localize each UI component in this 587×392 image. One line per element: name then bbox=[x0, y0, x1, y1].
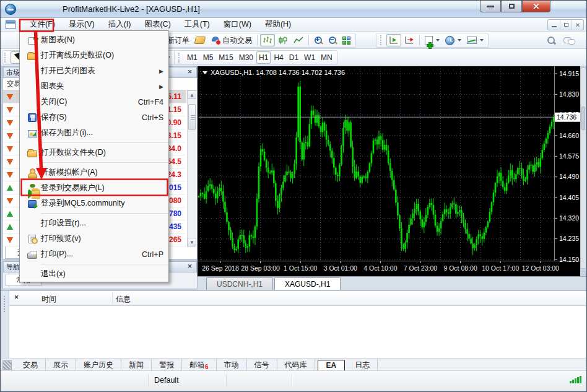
tab-journal[interactable]: 日志 bbox=[347, 359, 378, 371]
timeframe-h1[interactable]: H1 bbox=[256, 51, 271, 64]
menu-item-open-offline[interactable]: 打开离线历史数据(O) bbox=[20, 48, 168, 63]
tab-trade[interactable]: 交易 bbox=[15, 359, 46, 371]
timeframe-d1[interactable]: D1 bbox=[287, 51, 301, 64]
line-chart-mode-button[interactable] bbox=[291, 34, 306, 46]
column-time[interactable]: 时间 bbox=[41, 294, 56, 305]
submenu-arrow-icon: ▶ bbox=[157, 84, 163, 90]
tab-exposure[interactable]: 展示 bbox=[46, 359, 76, 371]
candlestick-mode-button[interactable] bbox=[276, 34, 290, 46]
zoom-in-button[interactable] bbox=[311, 34, 325, 46]
timeframe-m5[interactable]: M5 bbox=[201, 51, 216, 64]
menu-window[interactable]: 窗口(W) bbox=[217, 17, 258, 32]
menu-item-print-preview[interactable]: 打印预览(v) bbox=[20, 231, 168, 246]
svg-text:14.830: 14.830 bbox=[559, 90, 579, 98]
market-watch-close-icon[interactable]: ✕ bbox=[186, 69, 194, 76]
chart-ohlc-text: XAGUSD-,H1. 14.708 14.736 14.702 14.736 bbox=[211, 69, 345, 76]
status-bar: Default bbox=[1, 370, 587, 392]
chart-tab-xagusd[interactable]: XAGUSD-,H1 bbox=[274, 277, 341, 290]
menu-item-open-deleted[interactable]: 打开已关闭图表▶ bbox=[20, 63, 168, 79]
menu-item-open-demo-account[interactable]: 开新模拟帐户(A) bbox=[20, 165, 168, 180]
auto-scroll-button[interactable] bbox=[386, 34, 401, 46]
printer-icon bbox=[27, 253, 37, 259]
menu-item-login-trade-account[interactable]: 登录到交易账户(L) bbox=[20, 180, 168, 196]
data-folder-icon bbox=[27, 150, 37, 157]
child-minimize-button[interactable] bbox=[548, 20, 560, 30]
tab-market[interactable]: 市场 bbox=[217, 359, 247, 371]
menu-item-login-mql5[interactable]: 登录到MQL5.community bbox=[20, 196, 168, 211]
tab-news[interactable]: 新闻 bbox=[121, 359, 152, 371]
chart-tab-usdcnh[interactable]: USDCNH-,H1 bbox=[206, 277, 273, 290]
up-arrow-icon bbox=[7, 211, 13, 217]
close-button[interactable]: ✕ bbox=[522, 1, 550, 12]
price-chart[interactable]: XAGUSD-,H1. 14.708 14.736 14.702 14.736 … bbox=[198, 66, 580, 276]
menu-charts[interactable]: 图表(C) bbox=[137, 17, 177, 32]
print-preview-icon bbox=[28, 235, 36, 243]
bar-chart-mode-button[interactable] bbox=[260, 34, 275, 46]
templates-button[interactable] bbox=[464, 34, 486, 46]
terminal-panel: ✕ 时间 信息 交易 展示 账户历史 新闻 警报 邮箱6 市场 信号 代码库 E… bbox=[1, 290, 587, 370]
dropdown-arrow-icon bbox=[458, 39, 461, 41]
scroll-up-icon[interactable]: ▲ bbox=[188, 90, 196, 99]
tile-windows-button[interactable] bbox=[340, 34, 354, 46]
tab-account-history[interactable]: 账户历史 bbox=[76, 359, 121, 371]
navigator-close-icon[interactable]: ✕ bbox=[186, 263, 194, 271]
indicators-button[interactable] bbox=[422, 34, 442, 46]
menu-item-print[interactable]: 打印(P)...Ctrl+P bbox=[20, 246, 168, 262]
zoom-out-button[interactable] bbox=[326, 34, 339, 46]
down-arrow-icon bbox=[7, 198, 13, 204]
menu-item-save[interactable]: 保存(S)Ctrl+S bbox=[20, 110, 168, 125]
column-message[interactable]: 信息 bbox=[116, 294, 131, 305]
chart-canvas[interactable]: 14.91514.83014.74514.66014.57514.49014.4… bbox=[198, 66, 580, 276]
chart-scrollbar[interactable] bbox=[580, 68, 586, 269]
periods-button[interactable] bbox=[443, 34, 464, 46]
chart-shift-button[interactable] bbox=[402, 34, 417, 46]
menu-insert[interactable]: 插入(I) bbox=[102, 17, 138, 32]
scroll-down-icon[interactable]: ▼ bbox=[188, 238, 196, 246]
menu-tools[interactable]: 工具(T) bbox=[178, 17, 217, 32]
title-bar[interactable]: ProfitMarketHK-Live2 - [XAGUSD-,H1] ✕ bbox=[1, 1, 587, 18]
menu-item-profiles[interactable]: 图表夹▶ bbox=[20, 79, 168, 94]
timeframe-mn[interactable]: MN bbox=[318, 51, 335, 64]
scrollbar-thumb[interactable] bbox=[581, 107, 585, 130]
timeframe-m15[interactable]: M15 bbox=[216, 51, 235, 64]
candlestick-icon bbox=[278, 36, 288, 45]
terminal-close-icon[interactable]: ✕ bbox=[12, 294, 21, 302]
timeframe-m1[interactable]: M1 bbox=[185, 51, 200, 64]
menu-item-save-as-picture[interactable]: 保存为图片(i)... bbox=[20, 125, 168, 141]
metaeditor-button[interactable] bbox=[193, 34, 207, 46]
scrollbar-thumb[interactable] bbox=[188, 104, 196, 130]
menu-item-new-chart[interactable]: 新图表(N) bbox=[20, 32, 168, 48]
market-watch-scrollbar[interactable]: ▲ ▼ bbox=[187, 90, 196, 247]
chat-icon bbox=[563, 37, 574, 45]
maximize-button[interactable] bbox=[501, 1, 522, 12]
chart-window-icon[interactable] bbox=[6, 20, 15, 29]
svg-text:12 Oct 03:00: 12 Oct 03:00 bbox=[522, 264, 559, 272]
tab-signals[interactable]: 信号 bbox=[247, 359, 277, 371]
menu-item-print-setup[interactable]: 打印设置(r)... bbox=[20, 216, 168, 231]
menu-separator bbox=[20, 211, 168, 216]
tab-code-base[interactable]: 代码库 bbox=[277, 359, 315, 371]
tab-ea[interactable]: EA bbox=[318, 360, 346, 371]
search-button[interactable] bbox=[544, 34, 558, 46]
menu-view[interactable]: 显示(V) bbox=[62, 17, 102, 32]
menu-file[interactable]: 文件(F) bbox=[23, 17, 62, 32]
community-chat-button[interactable] bbox=[561, 34, 576, 46]
timeframe-m30[interactable]: M30 bbox=[237, 51, 256, 64]
menu-item-open-data-folder[interactable]: 打开数据文件夹(D) bbox=[20, 145, 168, 160]
minimize-button[interactable] bbox=[480, 1, 501, 12]
menu-item-exit[interactable]: 退出(x) bbox=[20, 266, 168, 282]
child-close-button[interactable]: ✕ bbox=[572, 20, 583, 30]
tab-mailbox[interactable]: 邮箱6 bbox=[182, 359, 217, 371]
menu-help[interactable]: 帮助(H) bbox=[258, 17, 298, 32]
svg-text:1 Oct 15:00: 1 Oct 15:00 bbox=[284, 264, 317, 272]
profile-name[interactable]: Default bbox=[154, 376, 179, 385]
timeframe-w1[interactable]: W1 bbox=[302, 51, 318, 64]
terminal-header: ✕ 时间 信息 bbox=[9, 291, 587, 306]
autotrading-button[interactable]: 自动交易 bbox=[208, 34, 254, 46]
tab-alerts[interactable]: 警报 bbox=[152, 359, 182, 371]
child-restore-button[interactable] bbox=[560, 20, 572, 30]
open-folder-icon bbox=[27, 53, 37, 60]
menu-item-close[interactable]: 关闭(C)Ctrl+F4 bbox=[20, 94, 168, 110]
svg-text:14.320: 14.320 bbox=[559, 214, 579, 222]
timeframe-h4[interactable]: H4 bbox=[271, 51, 285, 64]
